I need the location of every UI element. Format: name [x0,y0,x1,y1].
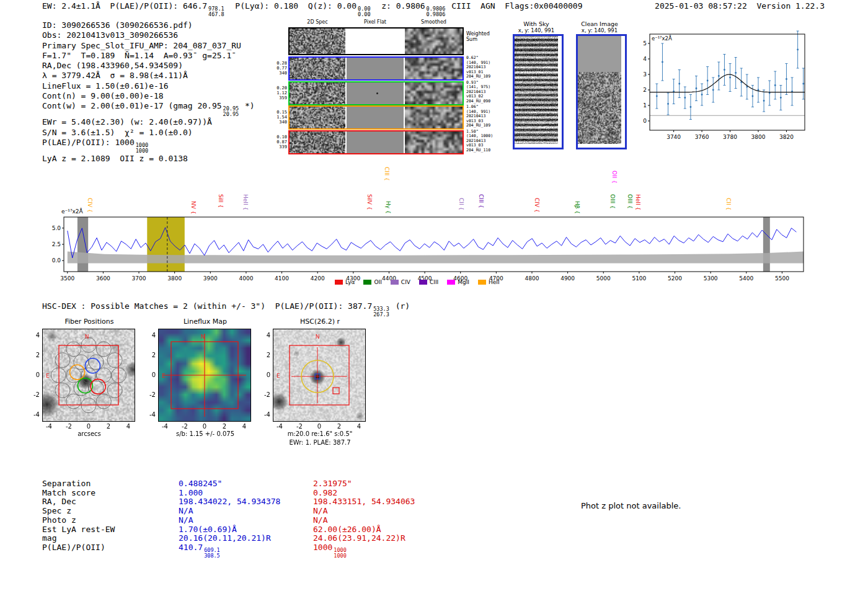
spec2d-row-left-values: 0.201.12359 [273,86,287,101]
cleanimage-frame [576,34,627,149]
x-tick-label: 4100 [275,275,289,282]
panel-x-tick-label: 0 [313,423,326,430]
left-value: 339 [273,144,287,149]
spec2d-col-header-smoothed: Smoothed [405,19,463,25]
x-tick-label: 4200 [311,275,325,282]
legend-label: HeII [489,279,500,285]
text-segment: 2.31975" [313,479,352,488]
data-point [724,69,725,71]
panel-x-tick-label: 2 [102,423,115,430]
line-label-hγ: Hγ { [385,201,391,214]
spec2d-image [290,58,345,79]
hsc-caption-2: EWr: 1. PLAE: 387.7 [264,439,376,446]
panel-y-tick-label: 0 [144,371,156,378]
panel-y-tick-label: -2 [144,391,156,398]
extraction-box [59,345,118,405]
spec2d-row-annotation: 1.50"(140, 1000)20210413v013_03204_RU_11… [466,130,493,153]
line-fit-inset-chart: 37403760378038003820012345e⁻¹⁷x2Å [642,31,809,150]
units-annotation: e⁻¹⁷x2Å [61,208,84,215]
x-tick-label: 3500 [60,275,74,282]
withsky-frame [513,34,564,149]
units-annotation: e⁻¹⁷x2Å [652,35,672,42]
panel-y-tick-label: -4 [259,411,270,418]
hsc-dex-matches-line: HSC-DEX : Possible Matches = 2 (within +… [42,301,410,318]
panel-x-tick-label: 0 [82,423,95,430]
table-cell: 20.16(20.11,20.21)R [179,533,271,543]
withsky-title: With Sky [505,20,567,27]
compass-north: N [85,334,89,340]
text-segment: Cont(n) = 9.00(±0.00)e-18 [42,91,164,100]
fiber-circle [55,383,70,398]
x-tick-label: 5300 [704,275,718,282]
data-point [780,97,782,99]
text-segment: LyA z = 2.1089 OII z = 0.0138 [42,154,188,163]
x-tick-label: 3800 [167,275,182,282]
spec2d-col-header-2dspec: 2D Spec [290,19,345,25]
x-tick-label: 5500 [775,275,789,282]
line-label-ciii: CIII { [384,167,390,181]
fraction-bottom: 267.3 [373,312,389,318]
data-point [690,106,692,108]
spec2d-image [290,131,345,153]
info-line: LineFlux = 1.50(±0.61)e-16 [42,81,255,91]
spec2d-row-1 [288,81,464,105]
line-label-hβ: Hβ { [574,201,580,214]
compass-east: E [162,373,166,379]
line-label-heii: HeII { [242,194,249,210]
spec2d-row-left-values: 0.100.87339 [273,135,287,150]
panel-y-tick-label: -4 [144,411,156,418]
line-label-ciii: CIII { [478,194,484,208]
shaded-region [147,217,185,272]
line-label-cii: CII { [458,198,464,210]
text-segment: ID: 3090266536 (3090266536.pdf) [42,20,193,30]
info-line: Primary Spec_Slot_IFU_AMP: 204_087_037_R… [42,41,255,51]
pixelflat-image [347,107,404,128]
legend-label: OII [374,279,381,285]
fiber-circle [66,368,81,383]
photz-note: Phot z plot not available. [581,501,681,510]
text-segment: F=1.7" T=0.189 N̄=1.14 A=0.93̄ g=25.1̄ [42,51,231,60]
x-tick-label: 3820 [779,134,794,140]
panel-x-tick-label: -4 [273,423,286,430]
smoothed-image [405,82,463,104]
x-tick-label: 3900 [203,275,218,282]
line-label-civ: CIV { [87,198,93,213]
info-line: ID: 3090266536 (3090266536.pdf) [42,20,255,30]
legend-item: OII [363,279,381,285]
data-point [752,96,754,97]
panel-y-tick-label: -2 [29,391,40,398]
text-segment: N/A [179,506,193,515]
table-cell: 1.70(±0.69)Å [179,525,237,534]
fiber-circle [96,342,111,357]
info-line: P(LAE)/P(OII): 100010001000 [42,138,255,154]
text-segment: EWr = 5.40(±2.30) (w: 2.40(±0.97))Å [42,117,212,127]
panel-y-tick-label: 0 [29,371,40,378]
fraction-bottom: 1000 [136,148,148,154]
x-tick-label: 3760 [695,134,709,140]
text-segment: (r) [391,301,410,311]
line-label-oii: OII { [611,171,618,184]
table-row-label: Spec z [42,506,71,515]
table-cell: 0.982 [313,488,337,497]
spectrum-legend: LyαOIICIVCIIIMgIIHeII [335,279,500,285]
fiber-overlay: NE [42,329,135,422]
data-point [696,87,698,89]
x-tick-label: 3780 [723,134,737,140]
table-row-label: RA, Dec [42,497,76,506]
data-point [667,103,669,105]
text-segment: N/A [313,515,327,525]
table-cell: N/A [179,515,193,525]
stacked-fraction: 533.3267.3 [373,306,389,318]
text-segment: CIII AGN Flags:0x00400009 [446,1,582,11]
panel-y-tick-label: -4 [29,411,40,418]
panel-x-tick-label: 4 [122,423,135,430]
withsky-xy: x, y: 140, 991 [505,27,567,33]
y-tick-label: 0.0 [52,257,61,264]
spec2d-cutout-grid: 2D Spec Pixel Flat Smoothed Weighted Sum… [273,19,508,162]
info-line: LyA z = 2.1089 OII z = 0.0138 [42,154,255,164]
text-segment: 0.982 [313,488,337,497]
legend-item: HeII [478,279,500,285]
legend-label: CIV [401,279,410,285]
spec2d-row-annotation: 0.93"(141, 975)20210413v013_02204_RU_090 [466,81,490,104]
info-line: λ = 3779.42Å σ = 8.98(±4.11)Å [42,71,255,81]
